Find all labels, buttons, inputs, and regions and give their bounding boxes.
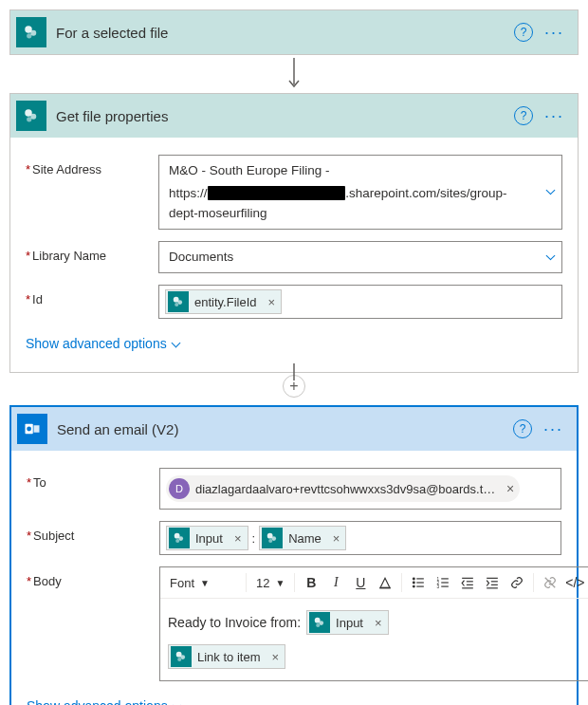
chevron-down-icon xyxy=(173,336,179,351)
show-advanced-options-link[interactable]: Show advanced options xyxy=(11,687,577,705)
sharepoint-icon xyxy=(168,291,189,312)
card-title: For a selected file xyxy=(56,25,514,41)
sharepoint-icon xyxy=(309,612,330,633)
card-header[interactable]: Get file properties ? ··· xyxy=(10,94,578,138)
site-address-select[interactable]: M&O - South Europe Filing - https://xxxx… xyxy=(158,155,562,230)
body-text: Ready to Invoice from: xyxy=(168,615,301,630)
dynamic-token-link-to-item[interactable]: Link to item × xyxy=(168,644,285,669)
outdent-button[interactable] xyxy=(457,571,478,594)
indent-button[interactable] xyxy=(482,571,503,594)
svg-point-2 xyxy=(27,33,31,38)
subject-separator: : xyxy=(252,531,256,546)
sharepoint-icon xyxy=(171,646,192,667)
dynamic-token-input[interactable]: Input × xyxy=(166,526,248,550)
help-icon[interactable]: ? xyxy=(514,23,533,42)
connector-add: + xyxy=(9,373,579,399)
label-library-name: Library Name xyxy=(26,241,158,263)
clear-format-button[interactable] xyxy=(540,571,560,594)
label-body: Body xyxy=(27,566,159,588)
svg-point-47 xyxy=(177,658,181,661)
svg-point-13 xyxy=(27,427,31,432)
body-content[interactable]: Ready to Invoice from: Input × Link to i… xyxy=(160,599,588,680)
svg-point-9 xyxy=(175,303,178,306)
font-family-select[interactable]: Font▼ xyxy=(166,574,240,592)
font-size-select[interactable]: 12▼ xyxy=(252,574,288,592)
svg-point-21 xyxy=(413,578,415,580)
link-button[interactable] xyxy=(506,571,527,594)
number-list-button[interactable]: 123 xyxy=(432,571,453,594)
help-icon[interactable]: ? xyxy=(513,419,532,438)
show-advanced-options-link[interactable]: Show advanced options xyxy=(10,325,578,366)
dynamic-token-name[interactable]: Name × xyxy=(259,526,346,550)
chevron-down-icon xyxy=(547,182,554,201)
underline-button[interactable]: U xyxy=(350,571,371,594)
card-title: Get file properties xyxy=(56,108,514,124)
svg-text:3: 3 xyxy=(437,584,440,589)
sharepoint-icon xyxy=(262,528,283,548)
chevron-down-icon xyxy=(547,248,554,267)
remove-token-icon[interactable]: × xyxy=(375,616,382,630)
dynamic-token-entity-fileid[interactable]: entity.FileId × xyxy=(165,289,282,314)
remove-token-icon[interactable]: × xyxy=(268,295,276,309)
card-send-email[interactable]: Send an email (V2) ? ··· To D diazlagard… xyxy=(9,405,579,705)
outlook-icon xyxy=(17,414,47,444)
svg-point-19 xyxy=(268,539,272,543)
sharepoint-icon xyxy=(169,528,190,548)
code-view-button[interactable]: </> xyxy=(564,571,585,594)
svg-point-23 xyxy=(413,582,415,584)
id-field[interactable]: entity.FileId × xyxy=(158,285,562,319)
avatar: D xyxy=(169,478,190,499)
subject-field[interactable]: Input × : Name × xyxy=(159,521,561,555)
more-menu-icon[interactable]: ··· xyxy=(544,111,564,121)
card-trigger[interactable]: For a selected file ? ··· xyxy=(9,9,579,55)
help-icon[interactable]: ? xyxy=(514,106,533,125)
sharepoint-icon xyxy=(16,17,46,47)
remove-token-icon[interactable]: × xyxy=(271,650,279,664)
sharepoint-icon xyxy=(16,101,46,131)
remove-token-icon[interactable]: × xyxy=(234,531,242,546)
card-get-file-properties[interactable]: Get file properties ? ··· Site Address M… xyxy=(9,93,579,373)
label-id: Id xyxy=(26,285,158,306)
card-title: Send an email (V2) xyxy=(57,421,513,437)
svg-point-25 xyxy=(413,585,415,587)
svg-point-16 xyxy=(175,539,179,543)
svg-rect-20 xyxy=(380,587,392,589)
label-site-address: Site Address xyxy=(26,155,158,176)
more-menu-icon[interactable]: ··· xyxy=(544,28,564,37)
bold-button[interactable]: B xyxy=(301,571,322,594)
bullet-list-button[interactable] xyxy=(408,571,429,594)
card-header[interactable]: Send an email (V2) ? ··· xyxy=(11,407,577,451)
editor-toolbar: Font▼ 12▼ B I U 123 xyxy=(160,567,588,599)
body-editor: Font▼ 12▼ B I U 123 xyxy=(159,566,588,681)
label-to: To xyxy=(27,468,159,490)
connector-arrow xyxy=(9,55,579,93)
card-header[interactable]: For a selected file ? ··· xyxy=(10,10,578,54)
library-name-select[interactable]: Documents xyxy=(158,241,562,273)
svg-rect-12 xyxy=(34,425,40,433)
font-color-button[interactable] xyxy=(375,571,395,594)
dynamic-token-input[interactable]: Input × xyxy=(306,610,389,635)
italic-button[interactable]: I xyxy=(325,571,346,594)
to-field[interactable]: D diazlagardaalvaro+revttcsohwwxxs3dv9sa… xyxy=(159,468,561,510)
recipient-chip[interactable]: D diazlagardaalvaro+revttcsohwwxxs3dv9sa… xyxy=(166,475,520,502)
remove-recipient-icon[interactable]: × xyxy=(506,481,514,496)
svg-point-44 xyxy=(316,623,320,627)
remove-token-icon[interactable]: × xyxy=(333,531,340,546)
chevron-down-icon xyxy=(174,698,180,705)
label-subject: Subject xyxy=(27,521,159,543)
redacted-tenant: xxxxxxxxxxxxxxxxxxxxx xyxy=(208,186,346,200)
svg-point-6 xyxy=(27,117,31,121)
site-address-value-line1: M&O - South Europe Filing - xyxy=(169,161,533,180)
more-menu-icon[interactable]: ··· xyxy=(543,424,563,434)
